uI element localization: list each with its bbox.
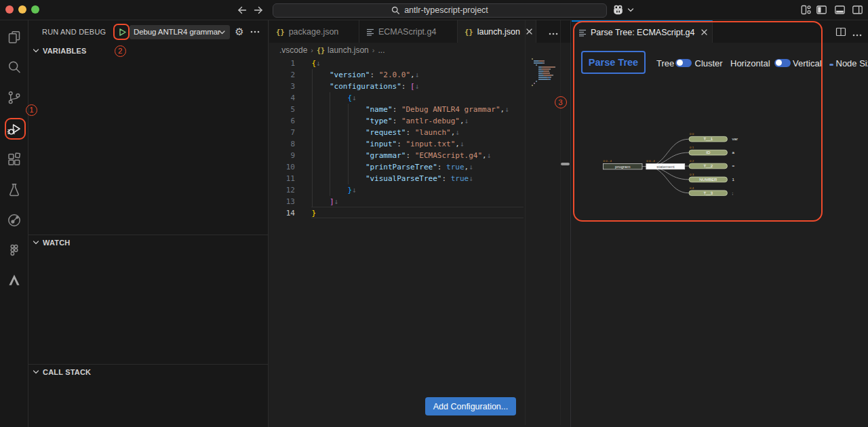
minimize-window-button[interactable] bbox=[18, 5, 26, 14]
customize-layout-icon[interactable] bbox=[800, 4, 812, 16]
annotation-digit-1: 1 bbox=[29, 106, 33, 114]
line-number: 6 bbox=[269, 115, 295, 127]
line-number: 9 bbox=[269, 150, 295, 161]
more-actions-icon[interactable] bbox=[249, 26, 261, 38]
line-number: 10 bbox=[269, 161, 295, 173]
line-number: 8 bbox=[269, 138, 295, 150]
toggle-secondary-sidebar-icon[interactable] bbox=[852, 4, 863, 16]
current-line-highlight bbox=[311, 207, 524, 218]
code-editor[interactable]: 1{↓2 "version": "2.0.0",↓3 "configuratio… bbox=[269, 52, 525, 418]
extensions-icon[interactable] bbox=[0, 146, 28, 173]
line-number: 4 bbox=[269, 92, 295, 104]
run-and-debug-sidebar: RUN AND DEBUG Debug ANTLR4 grammar ⚙ VAR… bbox=[28, 20, 269, 427]
tab-label: package.json bbox=[289, 27, 339, 37]
vscode-window: antlr-typescript-project bbox=[0, 0, 868, 427]
line-number: 1 bbox=[269, 58, 295, 69]
annotation-box-2 bbox=[113, 24, 130, 40]
debug-config-label: Debug ANTLR4 grammar bbox=[134, 28, 220, 36]
activity-bar bbox=[0, 20, 28, 427]
tab-label: ECMAScript.g4 bbox=[378, 27, 436, 37]
line-number: 7 bbox=[269, 127, 295, 138]
annotation-digit-2: 2 bbox=[118, 47, 122, 55]
toggle-panel-icon[interactable] bbox=[834, 4, 846, 16]
explorer-icon[interactable] bbox=[0, 24, 28, 51]
minimap[interactable] bbox=[525, 20, 561, 425]
line-number: 14 bbox=[269, 207, 295, 219]
search-value: antlr-typescript-project bbox=[404, 5, 488, 15]
testing-icon[interactable] bbox=[0, 176, 28, 203]
sidebar-title: RUN AND DEBUG bbox=[42, 20, 106, 43]
chevron-down-icon bbox=[33, 47, 39, 54]
line-number: 12 bbox=[269, 184, 295, 196]
variables-section-header[interactable]: VARIABLES bbox=[28, 43, 268, 58]
line-number: 11 bbox=[269, 173, 295, 184]
forward-arrow-icon[interactable] bbox=[251, 3, 266, 18]
line-number: 5 bbox=[269, 104, 295, 115]
title-bar: antlr-typescript-project bbox=[0, 0, 868, 20]
json-icon: {} bbox=[276, 28, 285, 36]
annotation-circle-1: 1 bbox=[26, 104, 37, 116]
list-icon bbox=[366, 28, 374, 36]
tab-label: launch.json bbox=[477, 27, 520, 37]
annotation-circle-2: 2 bbox=[115, 45, 126, 57]
split-editor-icon[interactable] bbox=[835, 26, 846, 40]
debug-visualizer-icon[interactable] bbox=[0, 207, 28, 234]
source-control-icon[interactable] bbox=[0, 84, 28, 111]
line-number: 3 bbox=[269, 81, 295, 92]
tab-package-json[interactable]: {} package.json bbox=[269, 20, 359, 43]
editor-group: {} package.json ECMAScript.g4 {} launch.… bbox=[269, 20, 570, 427]
gear-icon[interactable]: ⚙ bbox=[233, 26, 245, 38]
line-number: 2 bbox=[269, 69, 295, 81]
variables-section-label: VARIABLES bbox=[43, 47, 87, 55]
chevron-down-icon bbox=[33, 369, 39, 375]
copilot-chevron-down-icon[interactable] bbox=[625, 4, 636, 16]
debug-config-dropdown[interactable]: Debug ANTLR4 grammar bbox=[130, 25, 230, 39]
toggle-primary-sidebar-icon[interactable] bbox=[816, 4, 827, 16]
annotation-digit-3: 3 bbox=[558, 98, 562, 106]
panel-more-actions-icon[interactable] bbox=[852, 29, 862, 41]
figma-circles-icon[interactable] bbox=[0, 237, 28, 264]
annotation-box-3 bbox=[573, 21, 823, 222]
search-icon bbox=[391, 6, 400, 15]
chevron-down-icon bbox=[33, 239, 39, 246]
watch-section-header[interactable]: WATCH bbox=[28, 235, 268, 250]
antlr-icon[interactable] bbox=[0, 266, 28, 293]
call-stack-section-header[interactable]: CALL STACK bbox=[28, 365, 268, 380]
tab-ecmascript-g4[interactable]: ECMAScript.g4 bbox=[359, 20, 458, 43]
zoom-window-button[interactable] bbox=[31, 5, 39, 14]
json-icon: {} bbox=[465, 28, 473, 36]
annotation-box-1 bbox=[5, 118, 26, 140]
sash-handle[interactable] bbox=[561, 163, 570, 165]
search-icon[interactable] bbox=[0, 54, 28, 81]
add-configuration-button[interactable]: Add Configuration... bbox=[425, 397, 516, 415]
back-arrow-icon[interactable] bbox=[235, 3, 250, 18]
close-window-button[interactable] bbox=[5, 5, 14, 14]
call-stack-section-label: CALL STACK bbox=[43, 368, 91, 376]
command-center-search[interactable]: antlr-typescript-project bbox=[273, 3, 607, 18]
copilot-icon[interactable] bbox=[612, 4, 624, 16]
annotation-circle-3: 3 bbox=[555, 96, 567, 108]
watch-section-label: WATCH bbox=[43, 239, 71, 247]
line-number: 13 bbox=[269, 196, 295, 207]
